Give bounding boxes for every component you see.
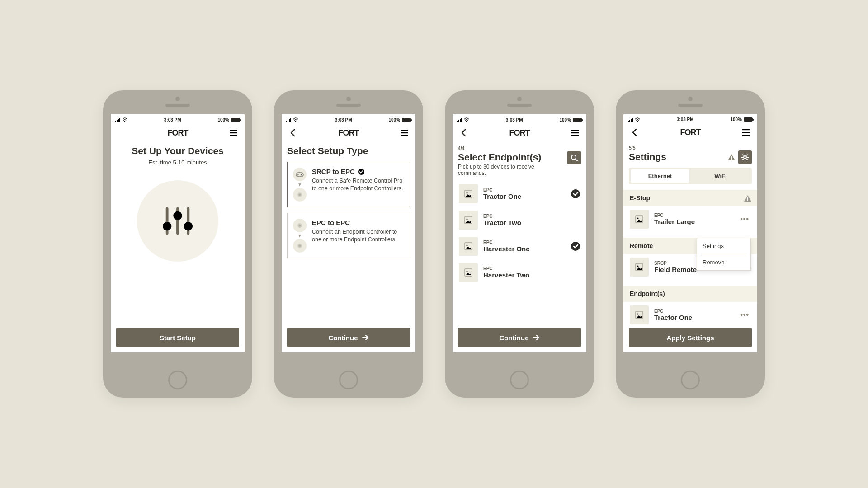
more-button[interactable]: ••• <box>738 214 751 224</box>
section-estop: E-Stop <box>623 190 757 206</box>
setup-option-srcp-to-epc[interactable]: ▼ SRCP to EPC Connect a Safe Remote Cont… <box>287 162 410 207</box>
item-title: Harvester Two <box>483 271 580 279</box>
option-title: SRCP to EPC <box>312 168 355 175</box>
menu-button[interactable] <box>570 128 580 138</box>
arrow-down-icon: ▼ <box>297 182 302 187</box>
section-title: E-Stop <box>630 194 650 202</box>
selected-check-icon <box>571 189 580 198</box>
item-title: Harvester One <box>483 245 566 253</box>
item-kicker: EPC <box>654 213 733 218</box>
nav-bar: FORT <box>623 124 757 141</box>
brand-logo: FORT <box>339 128 359 138</box>
subtitle: Est. time 5-10 minutes <box>116 159 239 166</box>
continue-button[interactable]: Continue <box>458 328 581 347</box>
settings-gear-button[interactable] <box>738 150 752 164</box>
start-setup-button[interactable]: Start Setup <box>116 328 239 347</box>
item-kicker: EPC <box>483 266 580 271</box>
wifi-icon <box>293 117 298 122</box>
warning-icon <box>744 194 751 202</box>
item-title: Tractor Two <box>483 219 580 226</box>
section-endpoints: Endpoint(s) <box>623 286 757 302</box>
battery-level: 100% <box>730 117 742 122</box>
warning-icon <box>727 153 736 161</box>
sliders-icon <box>160 205 196 237</box>
option-title: EPC to EPC <box>312 219 350 226</box>
back-button[interactable] <box>459 128 469 138</box>
wifi-icon <box>635 117 640 122</box>
list-item[interactable]: EPCHarvester Two <box>458 259 581 286</box>
battery-icon <box>231 118 240 122</box>
battery-icon <box>402 118 411 122</box>
list-item[interactable]: EPC Trailer Large ••• <box>629 206 752 232</box>
back-icon <box>631 128 639 136</box>
option-desc: Connect a Safe Remote Control Pro to one… <box>312 177 404 192</box>
section-title: Endpoint(s) <box>630 290 665 297</box>
verified-icon <box>358 168 365 175</box>
battery-icon <box>744 117 753 122</box>
nav-bar: FORT <box>111 124 245 142</box>
image-icon <box>464 216 473 225</box>
tab-ethernet[interactable]: Ethernet <box>631 169 689 183</box>
menu-button[interactable] <box>228 128 238 138</box>
back-button[interactable] <box>288 128 298 138</box>
phone-mock-4: 3:03 PM 100% FORT 5/5 Settings Ethernet … <box>616 90 765 398</box>
arrow-right-icon <box>533 334 540 341</box>
start-setup-label: Start Setup <box>160 334 196 342</box>
arrow-down-icon: ▼ <box>297 233 302 238</box>
status-bar: 3:03 PM 100% <box>111 114 245 124</box>
section-title: Remote <box>630 242 653 249</box>
setup-option-epc-to-epc[interactable]: ▼ EPC to EPC Connect an Endpoint Control… <box>287 213 410 258</box>
screen-select-endpoints: 3:03 PM 100% FORT 4/4 Select Endpoint(s)… <box>453 114 586 352</box>
image-icon <box>464 268 473 277</box>
image-icon <box>635 263 644 272</box>
continue-label: Continue <box>500 334 529 342</box>
menu-icon <box>571 129 579 137</box>
signal-icon <box>628 117 633 122</box>
item-kicker: EPC <box>483 214 580 219</box>
item-kicker: EPC <box>483 240 566 245</box>
controller-icon <box>295 241 304 250</box>
list-item[interactable]: EPCTractor One <box>458 181 581 207</box>
thumb-icon <box>630 305 649 324</box>
phone-mock-3: 3:03 PM 100% FORT 4/4 Select Endpoint(s)… <box>445 90 594 398</box>
step-indicator: 4/4 <box>458 145 581 151</box>
status-time: 3:03 PM <box>677 117 694 122</box>
controller-icon <box>295 190 304 199</box>
page-title: Select Setup Type <box>287 145 410 156</box>
brand-logo: FORT <box>168 128 188 138</box>
brand-logo: FORT <box>680 128 701 137</box>
list-item[interactable]: EPCTractor Two <box>458 207 581 233</box>
back-icon <box>460 129 468 137</box>
more-button[interactable]: ••• <box>738 310 751 320</box>
screen-select-setup-type: 3:03 PM 100% FORT Select Setup Type ▼ SR… <box>282 114 415 352</box>
page-title: Settings <box>629 151 666 162</box>
thumb-icon <box>459 211 478 230</box>
search-button[interactable] <box>567 151 581 164</box>
status-time: 3:03 PM <box>335 117 352 122</box>
option-desc: Connect an Endpoint Controller to one or… <box>312 228 404 244</box>
battery-level: 100% <box>217 117 229 122</box>
back-button[interactable] <box>630 127 640 137</box>
thumb-icon <box>630 258 649 277</box>
list-item[interactable]: EPCHarvester One <box>458 233 581 259</box>
menu-icon <box>742 128 750 136</box>
gear-icon <box>741 153 749 161</box>
status-bar: 3:03 PM 100% <box>623 114 757 124</box>
phone-mock-1: 3:03 PM 100% FORT Set Up Your Devices Es… <box>103 90 252 398</box>
status-time: 3:03 PM <box>506 117 523 122</box>
hero-graphic <box>137 180 218 262</box>
image-icon <box>464 242 473 251</box>
search-icon <box>571 154 578 161</box>
phone-mock-2: 3:03 PM 100% FORT Select Setup Type ▼ SR… <box>274 90 423 398</box>
menu-icon <box>400 129 408 137</box>
tab-wifi[interactable]: WiFi <box>691 169 750 183</box>
list-item[interactable]: EPC Tractor One ••• <box>629 302 752 328</box>
menu-remove[interactable]: Remove <box>697 254 750 270</box>
brand-logo: FORT <box>509 128 530 138</box>
selected-check-icon <box>571 242 580 251</box>
menu-button[interactable] <box>741 127 751 137</box>
apply-settings-button[interactable]: Apply Settings <box>629 328 752 347</box>
continue-button[interactable]: Continue <box>287 328 410 347</box>
menu-button[interactable] <box>399 128 409 138</box>
menu-settings[interactable]: Settings <box>697 238 750 254</box>
